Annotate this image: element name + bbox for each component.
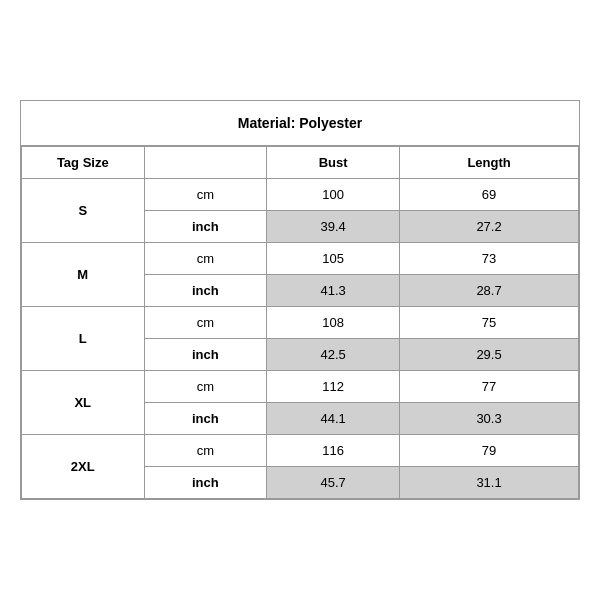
col-header-length: Length xyxy=(400,147,579,179)
size-chart-container: Material: Polyester Tag Size Bust Length… xyxy=(20,100,580,500)
table-row: Lcm10875 xyxy=(22,307,579,339)
unit-cm-2xl: cm xyxy=(144,435,267,467)
table-row: XLcm11277 xyxy=(22,371,579,403)
bust-cm-m: 105 xyxy=(267,243,400,275)
size-table: Tag Size Bust Length Scm10069inch39.427.… xyxy=(21,146,579,499)
tag-size-m: M xyxy=(22,243,145,307)
tag-size-s: S xyxy=(22,179,145,243)
unit-inch-s: inch xyxy=(144,211,267,243)
length-inch-2xl: 31.1 xyxy=(400,467,579,499)
bust-cm-l: 108 xyxy=(267,307,400,339)
unit-inch-2xl: inch xyxy=(144,467,267,499)
length-inch-m: 28.7 xyxy=(400,275,579,307)
unit-cm-s: cm xyxy=(144,179,267,211)
bust-cm-2xl: 116 xyxy=(267,435,400,467)
table-row: 2XLcm11679 xyxy=(22,435,579,467)
bust-cm-s: 100 xyxy=(267,179,400,211)
length-inch-s: 27.2 xyxy=(400,211,579,243)
col-header-bust: Bust xyxy=(267,147,400,179)
table-row: Scm10069 xyxy=(22,179,579,211)
unit-cm-xl: cm xyxy=(144,371,267,403)
table-row: Mcm10573 xyxy=(22,243,579,275)
bust-cm-xl: 112 xyxy=(267,371,400,403)
bust-inch-l: 42.5 xyxy=(267,339,400,371)
unit-inch-l: inch xyxy=(144,339,267,371)
length-inch-xl: 30.3 xyxy=(400,403,579,435)
bust-inch-2xl: 45.7 xyxy=(267,467,400,499)
tag-size-2xl: 2XL xyxy=(22,435,145,499)
unit-cm-l: cm xyxy=(144,307,267,339)
length-cm-l: 75 xyxy=(400,307,579,339)
length-cm-2xl: 79 xyxy=(400,435,579,467)
table-header: Tag Size Bust Length xyxy=(22,147,579,179)
length-inch-l: 29.5 xyxy=(400,339,579,371)
length-cm-s: 69 xyxy=(400,179,579,211)
col-header-unit-spacer xyxy=(144,147,267,179)
bust-inch-xl: 44.1 xyxy=(267,403,400,435)
length-cm-xl: 77 xyxy=(400,371,579,403)
unit-cm-m: cm xyxy=(144,243,267,275)
bust-inch-m: 41.3 xyxy=(267,275,400,307)
col-header-tag-size: Tag Size xyxy=(22,147,145,179)
tag-size-l: L xyxy=(22,307,145,371)
chart-title: Material: Polyester xyxy=(21,101,579,146)
unit-inch-xl: inch xyxy=(144,403,267,435)
unit-inch-m: inch xyxy=(144,275,267,307)
length-cm-m: 73 xyxy=(400,243,579,275)
tag-size-xl: XL xyxy=(22,371,145,435)
bust-inch-s: 39.4 xyxy=(267,211,400,243)
